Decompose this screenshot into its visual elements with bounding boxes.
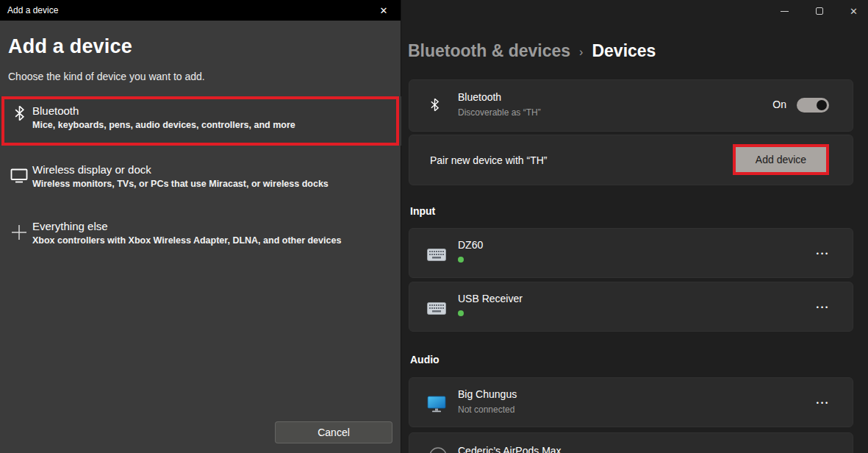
- device-status: Not connected: [458, 404, 514, 415]
- section-header-audio: Audio: [410, 354, 440, 365]
- dialog-title: Add a device: [0, 5, 58, 15]
- dialog-titlebar: Add a device ✕: [0, 0, 401, 21]
- option-bluetooth[interactable]: Bluetooth Mice, keyboards, pens, audio d…: [0, 96, 401, 146]
- maximize-icon: [816, 7, 823, 15]
- bluetooth-icon: [430, 98, 440, 115]
- dialog-heading: Add a device: [8, 35, 132, 58]
- bluetooth-icon: [10, 104, 29, 123]
- section-header-input: Input: [410, 205, 435, 217]
- cancel-button[interactable]: Cancel: [275, 421, 392, 443]
- chevron-right-icon: ›: [579, 44, 583, 59]
- breadcrumb: Bluetooth & devices › Devices: [408, 41, 656, 61]
- toggle-state-label: On: [772, 99, 786, 110]
- keyboard-icon: [426, 245, 448, 264]
- keyboard-icon: [426, 299, 448, 318]
- screenshot-root: Add a device ✕ Add a device Choose the k…: [0, 0, 868, 453]
- more-options-button[interactable]: •••: [813, 396, 833, 410]
- plus-icon: [10, 223, 29, 242]
- close-icon: ✕: [850, 6, 858, 17]
- dialog-close-icon[interactable]: ✕: [367, 0, 401, 21]
- connected-status-dot: [458, 257, 464, 263]
- minimize-button[interactable]: [767, 0, 802, 22]
- bluetooth-discoverable-text: Discoverable as “TH”: [458, 107, 541, 118]
- minimize-icon: [781, 11, 789, 12]
- connected-status-dot: [458, 310, 464, 316]
- option-everything-else-description: Xbox controllers with Xbox Wireless Adap…: [32, 235, 341, 246]
- maximize-button[interactable]: [802, 0, 836, 22]
- bluetooth-toggle[interactable]: [797, 98, 829, 113]
- option-wireless-display[interactable]: Wireless display or dock Wireless monito…: [0, 159, 401, 206]
- toggle-knob: [817, 100, 827, 110]
- device-name: USB Receiver: [458, 293, 523, 304]
- window-controls: ✕: [767, 0, 868, 22]
- page-title: Devices: [592, 41, 656, 61]
- device-card-airpods-max[interactable]: Cederic’s AirPods Max: [409, 432, 853, 453]
- monitor-blue-icon: [426, 394, 448, 413]
- pair-device-label: Pair new device with “TH”: [430, 154, 548, 166]
- bluetooth-toggle-card: Bluetooth Discoverable as “TH” On: [409, 79, 853, 132]
- headphones-icon: [427, 443, 449, 453]
- more-options-button[interactable]: •••: [813, 300, 833, 315]
- device-name: Big Chungus: [458, 388, 517, 400]
- bluetooth-card-title: Bluetooth: [458, 91, 501, 103]
- red-annotation-add-device: Add device: [733, 144, 829, 175]
- monitor-outline-icon: [10, 166, 29, 185]
- option-everything-else-title: Everything else: [32, 220, 108, 232]
- option-everything-else[interactable]: Everything else Xbox controllers with Xb…: [0, 215, 401, 263]
- option-bluetooth-title: Bluetooth: [32, 104, 79, 117]
- dialog-subtitle: Choose the kind of device you want to ad…: [8, 71, 205, 82]
- option-bluetooth-description: Mice, keyboards, pens, audio devices, co…: [32, 120, 295, 130]
- close-button[interactable]: ✕: [836, 0, 868, 22]
- settings-window: ✕ Bluetooth & devices › Devices Bluetoot…: [402, 0, 868, 453]
- pair-new-device-card: Pair new device with “TH” Add device: [409, 135, 853, 185]
- breadcrumb-parent[interactable]: Bluetooth & devices: [408, 41, 570, 61]
- device-card-usb-receiver[interactable]: USB Receiver •••: [409, 282, 853, 332]
- device-name: Cederic’s AirPods Max: [458, 445, 562, 453]
- device-name: DZ60: [458, 239, 483, 251]
- device-card-big-chungus[interactable]: Big Chungus Not connected •••: [409, 377, 853, 427]
- device-card-dz60[interactable]: DZ60 •••: [409, 228, 853, 278]
- add-device-button[interactable]: Add device: [736, 147, 826, 172]
- more-options-button[interactable]: •••: [813, 246, 833, 261]
- option-wireless-display-title: Wireless display or dock: [32, 163, 151, 176]
- add-device-dialog: Add a device ✕ Add a device Choose the k…: [0, 0, 401, 453]
- option-wireless-display-description: Wireless monitors, TVs, or PCs that use …: [32, 179, 329, 189]
